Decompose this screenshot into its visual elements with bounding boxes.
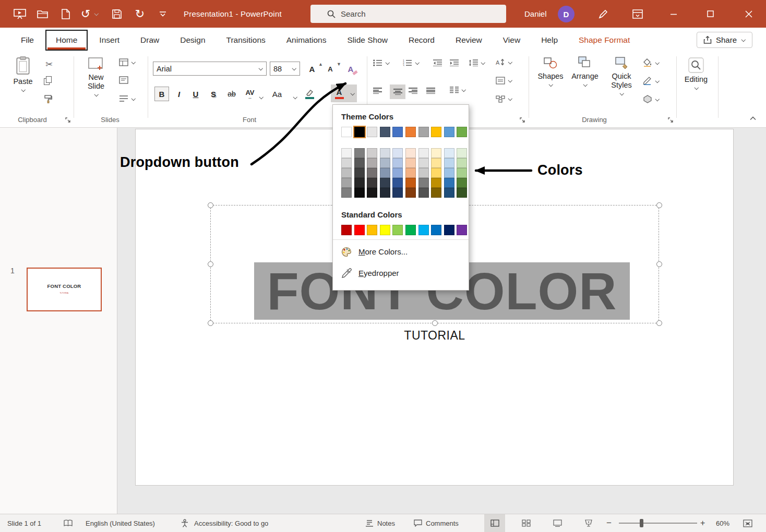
reading-view-button[interactable] (547, 514, 568, 532)
color-swatch[interactable] (354, 225, 365, 235)
color-swatch[interactable] (457, 158, 467, 168)
italic-button[interactable]: I (172, 87, 186, 101)
color-swatch[interactable] (405, 168, 416, 178)
color-swatch[interactable] (392, 148, 403, 158)
color-swatch[interactable] (405, 225, 416, 235)
character-spacing-button[interactable]: AV↔ (242, 86, 258, 101)
collapse-ribbon-icon[interactable] (749, 116, 757, 120)
color-swatch[interactable] (367, 178, 377, 188)
color-swatch[interactable] (392, 168, 403, 178)
zoom-slider-thumb[interactable] (640, 519, 643, 527)
decrease-indent-button[interactable] (433, 59, 442, 66)
close-button[interactable] (732, 0, 766, 28)
color-swatch[interactable] (444, 225, 454, 235)
tab-shape-format[interactable]: Shape Format (568, 28, 640, 52)
ink-pen-icon[interactable] (593, 0, 614, 28)
comments-button[interactable]: Comments (414, 514, 459, 532)
font-name-combobox[interactable]: Arial (153, 62, 267, 76)
color-swatch[interactable] (380, 168, 390, 178)
shrink-font-button[interactable]: A▼ (324, 63, 337, 75)
color-swatch[interactable] (392, 178, 403, 188)
slide-thumbnail[interactable]: FONT COLOR TUTORIAL (27, 268, 102, 311)
accessibility-status[interactable]: Accessibility: Good to go (194, 514, 268, 532)
customize-quick-access-icon[interactable] (152, 0, 173, 28)
color-swatch[interactable] (380, 188, 390, 198)
share-button[interactable]: Share (697, 32, 752, 48)
color-swatch[interactable] (354, 127, 365, 137)
zoom-in-button[interactable]: + (700, 514, 705, 532)
language-status[interactable]: English (United States) (86, 514, 155, 532)
color-swatch[interactable] (418, 225, 429, 235)
new-file-icon[interactable] (55, 0, 76, 28)
notes-button[interactable]: Notes (365, 514, 395, 532)
color-swatch[interactable] (444, 188, 454, 198)
shapes-button[interactable]: Shapes (537, 56, 564, 87)
color-swatch[interactable] (341, 178, 352, 188)
selection-handle[interactable] (208, 261, 213, 267)
color-swatch[interactable] (444, 127, 454, 137)
clipboard-dialog-launcher-icon[interactable] (65, 116, 71, 125)
color-swatch[interactable] (431, 225, 441, 235)
strikethrough-button[interactable]: ab (224, 87, 239, 101)
color-swatch[interactable] (380, 178, 390, 188)
tab-draw[interactable]: Draw (130, 28, 170, 52)
tab-insert[interactable]: Insert (89, 28, 130, 52)
shape-effects-button[interactable] (643, 95, 660, 103)
underline-button[interactable]: U (189, 87, 202, 101)
color-swatch[interactable] (444, 168, 454, 178)
color-swatch[interactable] (418, 127, 429, 137)
color-swatch[interactable] (431, 168, 441, 178)
reset-slide-icon[interactable] (119, 76, 128, 84)
grow-font-button[interactable]: A▲ (305, 63, 319, 75)
character-spacing-dropdown-icon[interactable] (259, 95, 264, 99)
color-swatch[interactable] (392, 127, 403, 137)
color-swatch[interactable] (367, 168, 377, 178)
change-case-button[interactable]: Aa (269, 87, 285, 101)
spell-check-icon[interactable] (64, 514, 73, 532)
selection-handle[interactable] (208, 202, 213, 208)
section-icon[interactable] (119, 95, 136, 102)
normal-view-button[interactable] (484, 514, 505, 532)
color-swatch[interactable] (431, 188, 441, 198)
color-swatch[interactable] (457, 178, 467, 188)
drawing-dialog-launcher-icon[interactable] (668, 116, 674, 125)
color-swatch[interactable] (392, 158, 403, 168)
zoom-level[interactable]: 60% (716, 514, 729, 532)
bullets-button[interactable] (373, 59, 390, 66)
color-swatch[interactable] (367, 225, 377, 235)
slide-counter[interactable]: Slide 1 of 1 (7, 514, 41, 532)
more-colors-item[interactable]: More Colors... (338, 241, 463, 262)
quick-styles-button[interactable]: Quick Styles (604, 56, 639, 95)
color-swatch[interactable] (354, 178, 365, 188)
color-swatch[interactable] (431, 178, 441, 188)
color-swatch[interactable] (341, 127, 352, 137)
align-left-button[interactable] (373, 88, 382, 94)
maximize-button[interactable] (693, 0, 727, 28)
color-swatch[interactable] (457, 127, 467, 137)
change-case-dropdown-icon[interactable] (293, 95, 297, 99)
color-swatch[interactable] (380, 148, 390, 158)
undo-dropdown-icon[interactable] (92, 0, 100, 28)
font-color-dropdown-button[interactable] (348, 84, 357, 102)
color-swatch[interactable] (341, 168, 352, 178)
minimize-button[interactable] (656, 0, 691, 28)
font-size-combobox[interactable]: 88 (270, 62, 300, 76)
line-spacing-button[interactable] (469, 59, 485, 66)
columns-button[interactable] (450, 87, 466, 93)
tab-record[interactable]: Record (398, 28, 445, 52)
color-swatch[interactable] (380, 127, 390, 137)
color-swatch[interactable] (418, 148, 429, 158)
color-swatch[interactable] (418, 178, 429, 188)
paragraph-dialog-launcher-icon[interactable] (520, 116, 525, 125)
copy-icon[interactable] (44, 76, 51, 84)
tab-slide-show[interactable]: Slide Show (337, 28, 398, 52)
open-file-icon[interactable] (32, 0, 53, 28)
zoom-out-button[interactable]: − (606, 514, 612, 532)
tab-home[interactable]: Home (45, 30, 88, 51)
color-swatch[interactable] (418, 168, 429, 178)
color-swatch[interactable] (431, 158, 441, 168)
color-swatch[interactable] (444, 178, 454, 188)
color-swatch[interactable] (367, 148, 377, 158)
format-painter-icon[interactable] (44, 95, 52, 103)
text-shadow-button[interactable]: S (207, 87, 220, 101)
